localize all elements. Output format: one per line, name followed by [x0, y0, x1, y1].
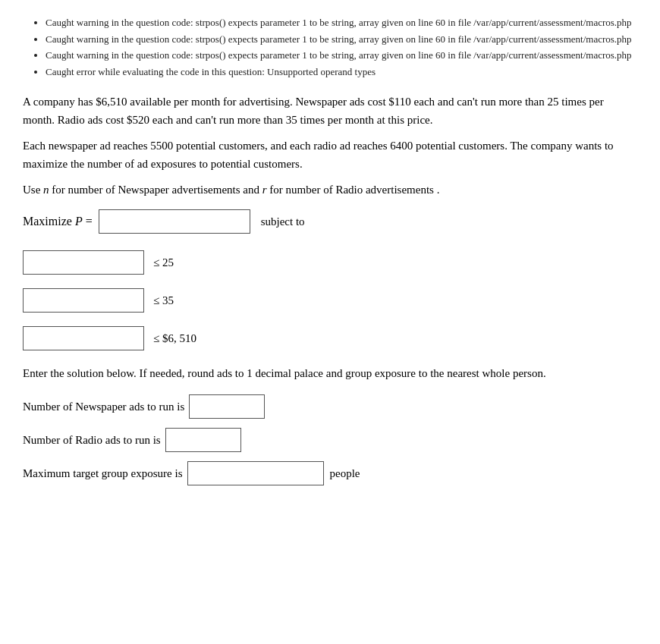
exposure-answer-input[interactable]	[187, 461, 324, 485]
warning-item: Caught error while evaluating the code i…	[46, 64, 637, 80]
radio-answer-input[interactable]	[165, 428, 241, 452]
paragraph3: Use n for number of Newspaper advertisem…	[23, 181, 637, 199]
newspaper-label: Number of Newspaper ads to run is	[23, 401, 184, 413]
constraint3-symbol: ≤ $6, 510	[153, 332, 196, 345]
solution-section: Enter the solution below. If needed, rou…	[23, 364, 637, 485]
constraint-row-1: ≤ 25	[23, 250, 637, 275]
maximize-row: Maximize P = subject to	[23, 209, 637, 234]
paragraph2-text: Each newspaper ad reaches 5500 potential…	[23, 140, 614, 170]
radio-label: Number of Radio ads to run is	[23, 434, 161, 447]
maximize-input[interactable]	[99, 209, 250, 234]
warning-list: Caught warning in the question code: str…	[23, 15, 637, 79]
exposure-label: Maximum target group exposure is	[23, 467, 183, 480]
problem-text: A company has $6,510 available per month…	[23, 93, 637, 199]
newspaper-answer-input[interactable]	[189, 394, 265, 419]
paragraph1-text: A company has $6,510 available per month…	[23, 96, 604, 126]
paragraph3-suffix: for number of Radio advertisements .	[267, 184, 440, 196]
people-label: people	[330, 467, 360, 480]
paragraph3-prefix: Use	[23, 184, 43, 196]
warning-item: Caught warning in the question code: str…	[46, 48, 637, 63]
maximize-label: Maximize P =	[23, 215, 93, 228]
n-variable: n	[43, 184, 49, 196]
constraint3-input[interactable]	[23, 326, 144, 350]
constraint-row-3: ≤ $6, 510	[23, 326, 637, 350]
warning-item: Caught warning in the question code: str…	[46, 15, 637, 30]
constraint-row-2: ≤ 35	[23, 288, 637, 313]
solution-instruction: Enter the solution below. If needed, rou…	[23, 364, 637, 382]
constraint2-input[interactable]	[23, 288, 144, 313]
exposure-row: Maximum target group exposure is people	[23, 461, 637, 485]
paragraph1: A company has $6,510 available per month…	[23, 93, 637, 129]
subject-to-label: subject to	[261, 215, 305, 228]
paragraph2: Each newspaper ad reaches 5500 potential…	[23, 137, 637, 173]
paragraph3-middle: for number of Newspaper advertisements a…	[49, 184, 262, 196]
radio-row: Number of Radio ads to run is	[23, 428, 637, 452]
constraint2-symbol: ≤ 35	[153, 294, 174, 307]
warning-item: Caught warning in the question code: str…	[46, 32, 637, 47]
constraint1-symbol: ≤ 25	[153, 256, 174, 269]
newspaper-row: Number of Newspaper ads to run is	[23, 394, 637, 419]
constraint1-input[interactable]	[23, 250, 144, 275]
warning-section: Caught warning in the question code: str…	[23, 15, 637, 79]
